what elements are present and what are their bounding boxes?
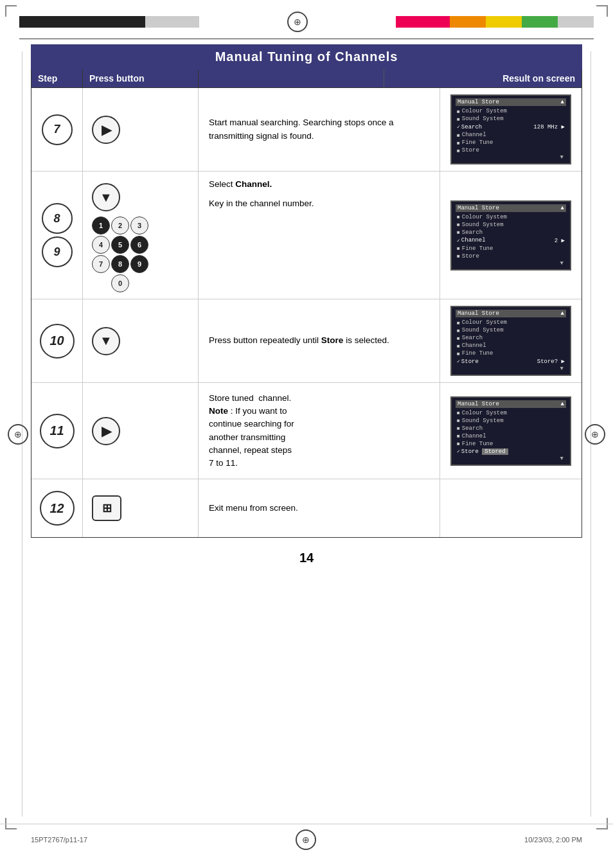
scroll-arrow: ▼ xyxy=(456,154,566,161)
desc-12-cell: Exit menu from screen. xyxy=(199,479,440,537)
header-step: Step xyxy=(31,69,83,87)
menu-item: ■Colour System xyxy=(456,409,566,417)
step-7-circle: 7 xyxy=(42,114,73,145)
title-text: Manual Tuning of Channels xyxy=(215,49,398,64)
table-row: 12 ⊞ Exit menu from screen. xyxy=(31,479,582,537)
button-7-cell: ▶ xyxy=(83,88,199,171)
menu-item: ■Fine Tune xyxy=(456,350,566,357)
numpad-9: 1 2 3 4 5 6 7 8 9 0 xyxy=(92,217,148,292)
desc-11-cell: Store tuned channel. Note : If you want … xyxy=(199,383,440,479)
step-10-circle: 10 xyxy=(40,324,75,359)
menu-item: ■Search xyxy=(456,334,566,342)
menu-item: ■Store xyxy=(456,146,566,154)
down-arrow-button-10[interactable]: ▼ xyxy=(92,327,120,355)
numpad-key-7[interactable]: 7 xyxy=(92,255,110,273)
step-8-9-cell: 8 9 xyxy=(31,172,83,299)
result-10-cell: Manual Store ▲ ■Colour System ■Sound Sys… xyxy=(440,299,582,382)
desc-8-text: Select Channel. xyxy=(209,178,272,191)
menu-item: ■Fine Tune xyxy=(456,139,566,146)
numpad-key-9[interactable]: 9 xyxy=(130,255,148,273)
top-decorative-bar: ⊕ xyxy=(0,0,613,32)
button-8-9-cell: ▼ 1 2 3 4 5 6 7 8 9 0 xyxy=(83,172,199,299)
tv-screen-11: Manual Store ▲ ■Colour System ■Sound Sys… xyxy=(450,396,571,466)
numpad-key-2[interactable]: 2 xyxy=(111,217,129,235)
scroll-arrow: ▼ xyxy=(456,260,566,267)
menu-item: ■Search xyxy=(456,229,566,236)
header-press: Press button xyxy=(83,69,199,87)
menu-item: ■Sound System xyxy=(456,115,566,123)
desc-9-text: Key in the channel number. xyxy=(209,197,314,210)
desc-7-text: Start manual searching. Searching stops … xyxy=(209,116,429,143)
menu-item: ■Store xyxy=(456,252,566,260)
page-number: 14 xyxy=(31,538,582,572)
desc-10-text: Press button repeatedly until Store is s… xyxy=(209,334,389,347)
result-8-9-cell: Manual Store ▲ ■Colour System ■Sound Sys… xyxy=(440,172,582,299)
step-8-circle: 8 xyxy=(42,203,73,234)
step-double: 8 9 xyxy=(42,203,73,267)
numpad-key-0[interactable]: 0 xyxy=(111,274,129,292)
menu-item: ■Colour System xyxy=(456,213,566,221)
result-7-cell: Manual Store ▲ ■Colour System ■Sound Sys… xyxy=(440,88,582,171)
desc-10-cell: Press button repeatedly until Store is s… xyxy=(199,299,440,382)
footer-bar: 15PT2767/p11-17 ⊕ 10/23/03, 2:00 PM xyxy=(0,824,613,855)
menu-item: ■Colour System xyxy=(456,319,566,326)
step-12-circle: 12 xyxy=(40,491,75,526)
down-arrow-button-8[interactable]: ▼ xyxy=(92,183,120,211)
scroll-arrow: ▼ xyxy=(456,456,566,462)
table-row: 7 ▶ Start manual searching. Searching st… xyxy=(31,88,582,172)
right-compass-icon: ⊕ xyxy=(585,424,605,445)
right-arrow-button-11[interactable]: ▶ xyxy=(92,417,120,445)
numpad-key-8[interactable]: 8 xyxy=(111,255,129,273)
step-11-circle: 11 xyxy=(40,414,75,448)
page-title: Manual Tuning of Channels xyxy=(31,44,582,69)
footer-left: 15PT2767/p11-17 xyxy=(31,836,87,844)
menu-item: ■Colour System xyxy=(456,107,566,115)
footer-right: 10/23/03, 2:00 PM xyxy=(524,836,582,844)
scroll-arrow: ▼ xyxy=(456,366,566,372)
menu-item: ■Channel xyxy=(456,342,566,350)
menu-button-12[interactable]: ⊞ xyxy=(92,495,121,521)
tv-screen-8-9: Manual Store ▲ ■Colour System ■Sound Sys… xyxy=(450,200,571,270)
step-9-circle: 9 xyxy=(42,236,73,267)
menu-item: ■Channel xyxy=(456,131,566,139)
menu-item: ✓Search128 MHz ▶ xyxy=(456,123,566,131)
menu-title-7: Manual Store ▲ xyxy=(456,98,566,106)
numpad-key-3[interactable]: 3 xyxy=(130,217,148,235)
desc-11-text: Store tuned channel. Note : If you want … xyxy=(209,392,294,470)
numpad-key-1[interactable]: 1 xyxy=(92,217,110,235)
left-compass-icon: ⊕ xyxy=(8,424,28,445)
menu-title-11: Manual Store ▲ xyxy=(456,400,566,408)
step-11-cell: 11 xyxy=(31,383,83,479)
numpad-key-5[interactable]: 5 xyxy=(111,236,129,254)
desc-8-9-cell: Select Channel. Key in the channel numbe… xyxy=(199,172,440,299)
numpad-key-4[interactable]: 4 xyxy=(92,236,110,254)
bar-right xyxy=(396,16,594,28)
menu-item: ■Search xyxy=(456,425,566,432)
menu-item: ■Channel xyxy=(456,432,566,440)
instruction-table: 7 ▶ Start manual searching. Searching st… xyxy=(31,88,582,538)
result-11-cell: Manual Store ▲ ■Colour System ■Sound Sys… xyxy=(440,383,582,479)
menu-item: ■Fine Tune xyxy=(456,440,566,448)
table-row: 8 9 ▼ 1 2 3 4 5 6 7 8 9 0 xyxy=(31,172,582,299)
step-12-cell: 12 xyxy=(31,479,83,537)
right-arrow-button-7[interactable]: ▶ xyxy=(92,116,120,144)
menu-item: ■Sound System xyxy=(456,417,566,425)
tv-screen-7: Manual Store ▲ ■Colour System ■Sound Sys… xyxy=(450,94,571,164)
step-7-cell: 7 xyxy=(31,88,83,171)
bar-left xyxy=(19,16,199,28)
menu-item: ✓StoreStore? ▶ xyxy=(456,357,566,366)
top-compass-icon: ⊕ xyxy=(287,12,308,32)
desc-7-cell: Start manual searching. Searching stops … xyxy=(199,88,440,171)
table-row: 10 ▼ Press button repeatedly until Store… xyxy=(31,299,582,383)
button-10-cell: ▼ xyxy=(83,299,199,382)
result-12-cell xyxy=(440,479,582,537)
menu-item: ■Fine Tune xyxy=(456,245,566,252)
table-row: 11 ▶ Store tuned channel. Note : If you … xyxy=(31,383,582,479)
menu-item: ■Sound System xyxy=(456,221,566,229)
step-10-cell: 10 xyxy=(31,299,83,382)
menu-item: ✓Channel2 ▶ xyxy=(456,236,566,245)
bottom-compass-icon: ⊕ xyxy=(296,829,316,850)
menu-item: ■Sound System xyxy=(456,326,566,334)
tv-screen-10: Manual Store ▲ ■Colour System ■Sound Sys… xyxy=(450,306,571,376)
numpad-key-6[interactable]: 6 xyxy=(130,236,148,254)
